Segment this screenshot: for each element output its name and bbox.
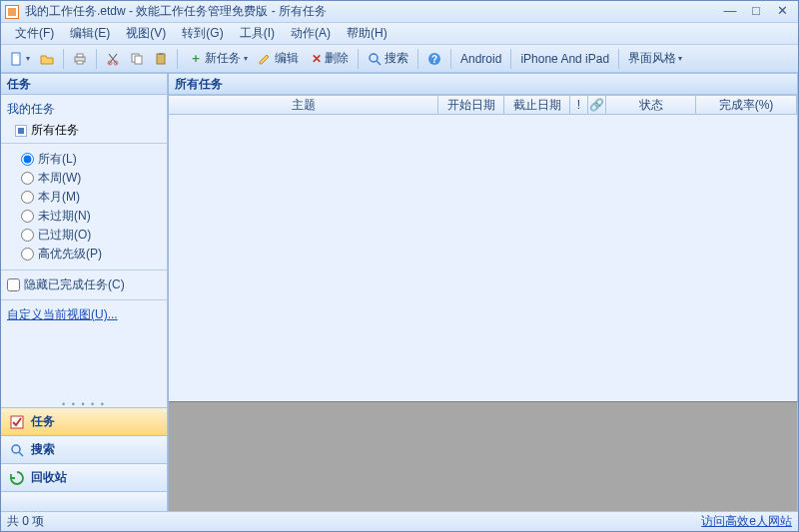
svg-rect-7 xyxy=(135,56,142,64)
skin-label: 界面风格 xyxy=(628,50,676,67)
toolbar: ▾ ＋新任务▾ 编辑 ✕删除 搜索 ? Android iPhone And i… xyxy=(1,45,798,73)
edit-label: 编辑 xyxy=(275,50,299,67)
minimize-button[interactable]: — xyxy=(718,4,742,20)
menubar: 文件(F) 编辑(E) 视图(V) 转到(G) 工具(I) 动作(A) 帮助(H… xyxy=(1,23,798,45)
svg-rect-3 xyxy=(77,61,83,64)
search-label: 搜索 xyxy=(385,50,408,67)
menu-help[interactable]: 帮助(H) xyxy=(339,23,396,44)
menu-action[interactable]: 动作(A) xyxy=(283,23,339,44)
delete-label: 删除 xyxy=(325,50,349,67)
hide-done-row[interactable]: 隐藏已完成任务(C) xyxy=(1,272,167,297)
svg-text:?: ? xyxy=(431,54,437,65)
menu-file[interactable]: 文件(F) xyxy=(7,23,62,44)
maximize-button[interactable]: □ xyxy=(744,4,768,20)
filter-month[interactable]: 本月(M) xyxy=(21,188,167,207)
filter-overdue[interactable]: 已过期(O) xyxy=(21,226,167,245)
edit-button[interactable]: 编辑 xyxy=(253,48,304,70)
paperclip-icon: 🔗 xyxy=(589,98,604,112)
col-percent[interactable]: 完成率(%) xyxy=(696,96,797,114)
status-count: 共 0 项 xyxy=(7,513,44,530)
radio-notoverdue[interactable] xyxy=(21,210,34,223)
navbtn-recycle-label: 回收站 xyxy=(31,469,67,486)
navbtn-recycle[interactable]: 回收站 xyxy=(1,463,168,491)
tree-all-tasks[interactable]: 所有任务 xyxy=(1,120,167,141)
task-grid: 主题 开始日期 截止日期 ! 🔗 状态 完成率(%) xyxy=(169,95,798,511)
app-icon xyxy=(5,5,19,19)
col-status[interactable]: 状态 xyxy=(606,96,696,114)
open-button[interactable] xyxy=(35,48,59,70)
paste-button[interactable] xyxy=(149,48,173,70)
new-task-button[interactable]: ＋新任务▾ xyxy=(182,48,253,70)
main-area: 所有任务 主题 开始日期 截止日期 ! 🔗 状态 完成率(%) xyxy=(169,73,798,511)
task-tree: 我的任务 所有任务 所有(L) 本周(W) 本月(M) 未过期(N) 已过期(O… xyxy=(1,95,168,333)
tree-root[interactable]: 我的任务 xyxy=(1,99,167,120)
statusbar: 共 0 项 访问高效e人网站 xyxy=(1,511,798,531)
titlebar: 我的工作任务.etdw - 效能工作任务管理免费版 - 所有任务 — □ ✕ xyxy=(1,1,798,23)
svg-line-16 xyxy=(19,452,23,456)
radio-all[interactable] xyxy=(21,153,34,166)
preview-pane xyxy=(169,401,798,511)
filter-week[interactable]: 本周(W) xyxy=(21,169,167,188)
col-priority[interactable]: ! xyxy=(570,96,588,114)
menu-view[interactable]: 视图(V) xyxy=(118,23,174,44)
recycle-icon xyxy=(9,470,25,486)
radio-week[interactable] xyxy=(21,172,34,185)
col-start[interactable]: 开始日期 xyxy=(438,96,504,114)
svg-point-15 xyxy=(12,445,20,453)
menu-tools[interactable]: 工具(I) xyxy=(232,23,283,44)
svg-rect-8 xyxy=(157,54,165,64)
new-file-button[interactable]: ▾ xyxy=(5,48,35,70)
col-due[interactable]: 截止日期 xyxy=(504,96,570,114)
svg-rect-9 xyxy=(159,53,163,55)
splitter-handle[interactable]: • • • • • xyxy=(1,399,168,407)
filter-high-priority[interactable]: 高优先级(P) xyxy=(21,245,167,264)
grid-header: 主题 开始日期 截止日期 ! 🔗 状态 完成率(%) xyxy=(169,95,798,115)
filter-group: 所有(L) 本周(W) 本月(M) 未过期(N) 已过期(O) 高优先级(P) xyxy=(1,146,167,267)
navbtn-tasks[interactable]: 任务 xyxy=(1,407,168,435)
delete-button[interactable]: ✕删除 xyxy=(304,48,354,70)
cut-button[interactable] xyxy=(101,48,125,70)
radio-overdue[interactable] xyxy=(21,229,34,242)
new-task-label: 新任务 xyxy=(205,50,241,67)
copy-button[interactable] xyxy=(125,48,149,70)
grid-body[interactable] xyxy=(169,115,798,401)
navbtn-search-label: 搜索 xyxy=(31,441,55,458)
android-button[interactable]: Android xyxy=(455,48,506,70)
radio-high[interactable] xyxy=(21,248,34,261)
hide-done-checkbox[interactable] xyxy=(7,278,20,291)
navbtn-search[interactable]: 搜索 xyxy=(1,435,168,463)
custom-view-link[interactable]: 自定义当前视图(U)... xyxy=(7,307,118,321)
col-attach[interactable]: 🔗 xyxy=(588,96,606,114)
svg-point-10 xyxy=(370,54,378,62)
sidebar: 任务 我的任务 所有任务 所有(L) 本周(W) 本月(M) 未过期(N) 已过… xyxy=(1,73,169,511)
menu-goto[interactable]: 转到(G) xyxy=(174,23,231,44)
skin-button[interactable]: 界面风格▾ xyxy=(623,48,687,70)
status-link[interactable]: 访问高效e人网站 xyxy=(701,513,792,530)
all-tasks-label: 所有任务 xyxy=(31,122,79,139)
window-title: 我的工作任务.etdw - 效能工作任务管理免费版 - 所有任务 xyxy=(25,3,716,20)
tasks-icon xyxy=(9,414,25,430)
radio-month[interactable] xyxy=(21,191,34,204)
search-button[interactable]: 搜索 xyxy=(363,48,413,70)
sidebar-spacer xyxy=(1,333,168,399)
sidebar-header: 任务 xyxy=(1,73,168,95)
hide-done-label: 隐藏已完成任务(C) xyxy=(24,276,125,293)
svg-rect-2 xyxy=(77,54,83,57)
close-button[interactable]: ✕ xyxy=(770,4,794,20)
navbtn-collapse[interactable] xyxy=(1,491,168,511)
main-header: 所有任务 xyxy=(169,73,798,95)
help-button[interactable]: ? xyxy=(422,48,446,70)
iphone-button[interactable]: iPhone And iPad xyxy=(515,48,614,70)
filter-all[interactable]: 所有(L) xyxy=(21,150,167,169)
col-subject[interactable]: 主题 xyxy=(169,96,438,114)
print-button[interactable] xyxy=(68,48,92,70)
svg-line-11 xyxy=(377,61,381,65)
filter-not-overdue[interactable]: 未过期(N) xyxy=(21,207,167,226)
navbtn-tasks-label: 任务 xyxy=(31,413,55,430)
menu-edit[interactable]: 编辑(E) xyxy=(62,23,118,44)
checkbox-icon xyxy=(15,125,27,137)
search-icon xyxy=(9,442,25,458)
